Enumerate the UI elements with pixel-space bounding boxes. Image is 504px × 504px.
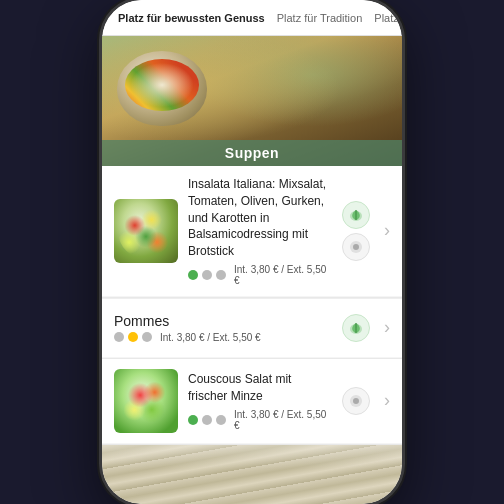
tab-bar: Platz für bewussten Genuss Platz für Tra…	[102, 0, 402, 36]
phone-frame: Platz für bewussten Genuss Platz für Tra…	[102, 0, 402, 504]
hero-image: Suppen	[102, 36, 402, 166]
dot-green-couscous	[188, 415, 198, 425]
svg-point-2	[353, 244, 359, 250]
bottom-hero-fish	[102, 445, 402, 504]
menu-item-body-couscous: Couscous Salat mit frischer Minze Int. 3…	[188, 371, 332, 431]
svg-point-5	[353, 398, 359, 404]
badges-couscous	[342, 387, 370, 415]
menu-item-footer-couscous: Int. 3,80 € / Ext. 5,50 €	[188, 409, 332, 431]
menu-item-body-insalata: Insalata Italiana: Mixsalat, Tomaten, Ol…	[188, 176, 332, 286]
hero-bowl	[117, 51, 207, 126]
menu-item-title-couscous: Couscous Salat mit frischer Minze	[188, 371, 332, 405]
menu-item-footer-insalata: Int. 3,80 € / Ext. 5,50 €	[188, 264, 332, 286]
price-insalata: Int. 3,80 € / Ext. 5,50 €	[234, 264, 332, 286]
chevron-pommes[interactable]: ›	[384, 317, 390, 338]
badges-insalata	[342, 201, 370, 261]
spicy-badge-couscous	[342, 387, 370, 415]
vegan-badge-pommes	[342, 314, 370, 342]
dot-gray-2	[216, 270, 226, 280]
dot-gray-couscous-2	[216, 415, 226, 425]
chevron-insalata[interactable]: ›	[384, 220, 390, 241]
badges-pommes	[342, 314, 370, 342]
hero-label: Suppen	[102, 140, 402, 166]
menu-item-pommes[interactable]: Pommes Int. 3,80 € / Ext. 5,50 € ›	[102, 298, 402, 357]
bottom-hero-image	[102, 445, 402, 504]
spicy-badge-insalata	[342, 233, 370, 261]
menu-item-footer-pommes: Int. 3,80 € / Ext. 5,50 €	[114, 332, 332, 343]
dot-gray-couscous-1	[202, 415, 212, 425]
price-pommes: Int. 3,80 € / Ext. 5,50 €	[160, 332, 261, 343]
food-image-couscous	[114, 369, 178, 433]
vegan-badge-insalata	[342, 201, 370, 229]
menu-item-insalata[interactable]: Insalata Italiana: Mixsalat, Tomaten, Ol…	[102, 166, 402, 296]
dot-yellow-pommes	[128, 332, 138, 342]
screen: Platz für bewussten Genuss Platz für Tra…	[102, 0, 402, 504]
menu-item-title-insalata: Insalata Italiana: Mixsalat, Tomaten, Ol…	[188, 176, 332, 260]
price-couscous: Int. 3,80 € / Ext. 5,50 €	[234, 409, 332, 431]
menu-item-body-pommes: Pommes Int. 3,80 € / Ext. 5,50 €	[114, 313, 332, 343]
menu-content[interactable]: Insalata Italiana: Mixsalat, Tomaten, Ol…	[102, 166, 402, 504]
tab-tradition[interactable]: Platz für Tradition	[271, 10, 369, 26]
dot-gray-pommes-1	[114, 332, 124, 342]
chevron-couscous[interactable]: ›	[384, 390, 390, 411]
tab-platz[interactable]: Platz für	[368, 10, 402, 26]
menu-item-couscous[interactable]: Couscous Salat mit frischer Minze Int. 3…	[102, 359, 402, 443]
dot-gray-1	[202, 270, 212, 280]
dot-green-1	[188, 270, 198, 280]
food-image-insalata	[114, 199, 178, 263]
tab-genuss[interactable]: Platz für bewussten Genuss	[112, 10, 271, 26]
menu-item-title-pommes: Pommes	[114, 313, 332, 329]
dot-gray-pommes-2	[142, 332, 152, 342]
